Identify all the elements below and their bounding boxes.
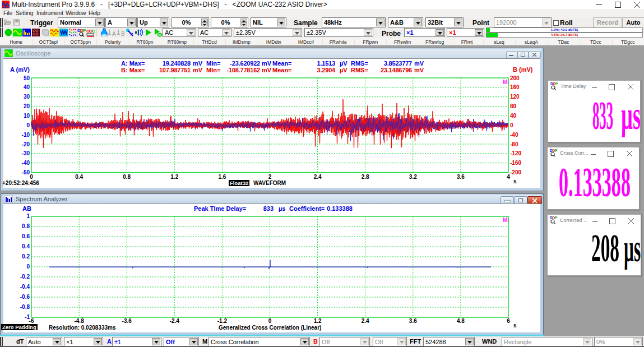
svg-text:833: 833: [592, 93, 613, 138]
svg-text:208: 208: [591, 226, 619, 270]
svg-text:µs: µs: [621, 93, 640, 138]
svg-text:A: A: [112, 31, 116, 37]
svg-text:C: C: [92, 29, 95, 34]
svg-text:µs: µs: [624, 226, 641, 270]
svg-text:0.133388: 0.133388: [559, 159, 631, 205]
svg-text:B: B: [121, 31, 125, 37]
